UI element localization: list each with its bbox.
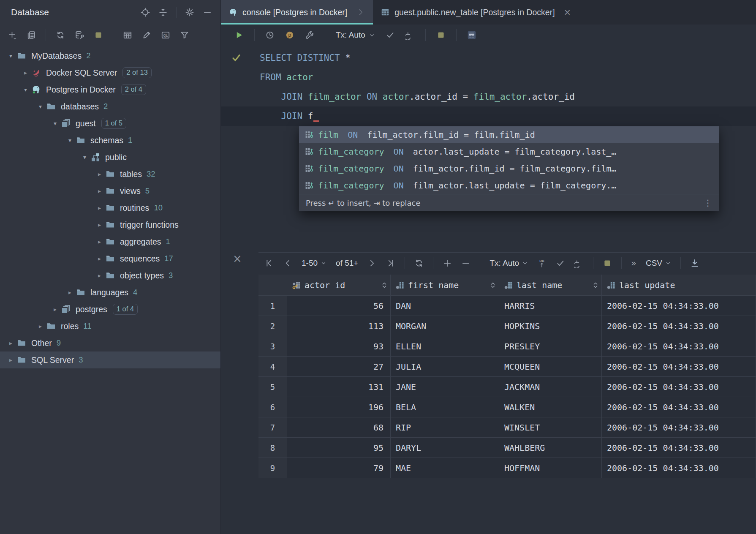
tab-console[interactable]: console [Postgres in Docker]	[221, 0, 373, 25]
download-icon[interactable]	[690, 259, 699, 268]
row-number[interactable]: 7	[258, 417, 287, 438]
code-line-2[interactable]: FROM actor	[260, 68, 313, 87]
tree-item-sql-server[interactable]: ▸SQL Server3	[0, 351, 220, 368]
cell-last_update[interactable]: 2006-02-15 04:34:33.00	[602, 316, 756, 336]
cell-actor_id[interactable]: 27	[287, 357, 391, 377]
code-line-1[interactable]: SELECT DISTINCT *	[260, 48, 351, 68]
collapse-all-icon[interactable]	[158, 8, 168, 17]
tx-mode-select[interactable]: Tx: Auto	[489, 259, 528, 268]
cell-actor_id[interactable]: 95	[287, 438, 391, 458]
cell-first_name[interactable]: BELA	[391, 397, 499, 417]
chevron-right-icon[interactable]: ▸	[49, 306, 61, 313]
chevron-right-icon[interactable]: ▸	[94, 238, 105, 245]
row-number[interactable]: 1	[258, 296, 287, 316]
tree-item-public[interactable]: ▾public	[0, 149, 220, 166]
cell-last_name[interactable]: JACKMAN	[499, 377, 602, 397]
chevron-right-icon[interactable]: ▸	[94, 171, 105, 177]
row-number[interactable]: 4	[258, 357, 287, 377]
hide-panel-icon[interactable]	[203, 8, 212, 17]
code-line-3[interactable]: JOIN film_actor ON actor.actor_id = film…	[260, 87, 575, 106]
duplicate-icon[interactable]	[27, 30, 36, 40]
tree-item-object-types[interactable]: ▸object types3	[0, 267, 220, 284]
commit-icon[interactable]	[556, 259, 565, 268]
first-page-icon[interactable]	[264, 259, 274, 268]
locate-object-icon[interactable]	[141, 8, 150, 17]
cell-last_update[interactable]: 2006-02-15 04:34:33.00	[602, 357, 756, 377]
chevron-right-icon[interactable]: ▸	[35, 323, 46, 330]
tree-item-other[interactable]: ▸Other9	[0, 335, 220, 351]
cell-first_name[interactable]: RIP	[391, 417, 499, 438]
cell-first_name[interactable]: DAN	[391, 296, 499, 316]
cell-last_update[interactable]: 2006-02-15 04:34:33.00	[602, 458, 756, 478]
row-number[interactable]: 9	[258, 458, 287, 478]
rollback-icon[interactable]	[574, 259, 584, 268]
tools-icon[interactable]	[305, 30, 314, 40]
tree-item-postgres-in-docker[interactable]: ▾Postgres in Docker2 of 4	[0, 81, 220, 98]
cell-last_name[interactable]: WINSLET	[499, 417, 602, 438]
in-editor-results-icon[interactable]	[467, 30, 476, 40]
more-options-icon[interactable]: »	[631, 258, 636, 268]
row-number[interactable]: 6	[258, 397, 287, 417]
completion-item-film[interactable]: film ON film_actor.film_id = film.film_i…	[299, 126, 719, 143]
chevron-right-icon[interactable]: ▸	[94, 204, 105, 211]
cell-actor_id[interactable]: 56	[287, 296, 391, 316]
new-item-icon[interactable]	[8, 30, 17, 40]
completion-item-film_category[interactable]: film_category ON film_actor.film_id = fi…	[299, 160, 719, 177]
tree-item-languages[interactable]: ▸languages4	[0, 284, 220, 301]
cell-last_name[interactable]: PRESLEY	[499, 336, 602, 357]
chevron-down-icon[interactable]: ▾	[20, 86, 31, 93]
scheduled-run-icon[interactable]	[265, 30, 275, 40]
tree-item-schemas[interactable]: ▾schemas1	[0, 132, 220, 149]
delete-row-icon[interactable]	[461, 259, 470, 268]
sort-icon[interactable]	[593, 281, 598, 289]
column-header-last_name[interactable]: last_name	[499, 275, 602, 296]
cell-last_update[interactable]: 2006-02-15 04:34:33.00	[602, 377, 756, 397]
cell-last_update[interactable]: 2006-02-15 04:34:33.00	[602, 296, 756, 316]
kebab-menu-icon[interactable]: ⋮	[704, 198, 712, 208]
cell-first_name[interactable]: JULIA	[391, 357, 499, 377]
cell-first_name[interactable]: JANE	[391, 377, 499, 397]
chevron-right-icon[interactable]: ▸	[94, 272, 105, 279]
chevron-right-icon[interactable]: ▸	[20, 69, 31, 76]
tree-item-roles[interactable]: ▸roles11	[0, 318, 220, 335]
export-format-select[interactable]: CSV	[646, 259, 671, 268]
last-page-icon[interactable]	[386, 259, 395, 268]
cell-last_update[interactable]: 2006-02-15 04:34:33.00	[602, 438, 756, 458]
cell-last_name[interactable]: MCQUEEN	[499, 357, 602, 377]
cell-first_name[interactable]: MAE	[391, 458, 499, 478]
code-line-4[interactable]: JOIN f	[260, 106, 319, 126]
submit-to-db-icon[interactable]: DB	[537, 259, 547, 268]
sort-icon[interactable]	[381, 281, 387, 289]
cell-actor_id[interactable]: 196	[287, 397, 391, 417]
cell-last_name[interactable]: HOFFMAN	[499, 458, 602, 478]
row-number[interactable]: 5	[258, 377, 287, 397]
profile-icon[interactable]: p	[285, 30, 294, 40]
chevron-down-icon[interactable]: ▾	[79, 154, 90, 161]
row-number[interactable]: 2	[258, 316, 287, 336]
column-header-first_name[interactable]: first_name	[391, 275, 499, 296]
cell-last_name[interactable]: WALKEN	[499, 397, 602, 417]
cell-first_name[interactable]: DARYL	[391, 438, 499, 458]
tree-item-trigger-functions[interactable]: ▸trigger functions	[0, 216, 220, 233]
cell-first_name[interactable]: ELLEN	[391, 336, 499, 357]
chevron-down-icon[interactable]: ▾	[64, 137, 76, 144]
next-page-icon[interactable]	[367, 259, 377, 268]
add-row-icon[interactable]	[443, 259, 452, 268]
stop-icon[interactable]	[603, 259, 612, 268]
cell-actor_id[interactable]: 131	[287, 377, 391, 397]
tree-item-mydatabases[interactable]: ▾MyDatabases2	[0, 47, 220, 64]
cell-actor_id[interactable]: 79	[287, 458, 391, 478]
stop-icon[interactable]	[94, 30, 103, 40]
run-icon[interactable]	[234, 30, 244, 40]
cell-last_name[interactable]: HARRIS	[499, 296, 602, 316]
tree-item-tables[interactable]: ▸tables32	[0, 166, 220, 183]
cell-actor_id[interactable]: 113	[287, 316, 391, 336]
close-tab-icon[interactable]: ×	[564, 7, 571, 17]
page-size-select[interactable]: 1-50	[302, 259, 326, 268]
cell-last_name[interactable]: WAHLBERG	[499, 438, 602, 458]
column-header-actor_id[interactable]: actor_id	[287, 275, 391, 296]
row-number[interactable]: 8	[258, 438, 287, 458]
edit-icon[interactable]	[142, 30, 151, 40]
refresh-icon[interactable]	[56, 30, 65, 40]
cell-last_update[interactable]: 2006-02-15 04:34:33.00	[602, 417, 756, 438]
